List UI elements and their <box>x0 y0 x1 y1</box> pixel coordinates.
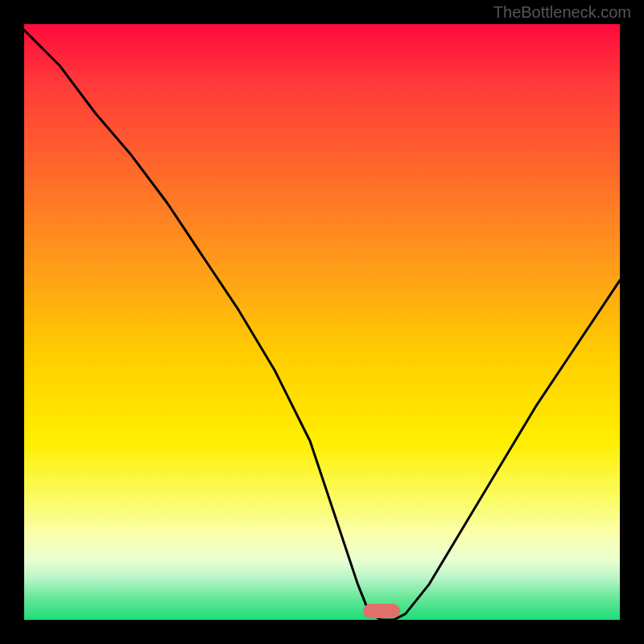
bottleneck-curve <box>24 24 620 620</box>
optimum-marker <box>363 604 400 618</box>
plot-area <box>24 24 620 620</box>
curve-line <box>24 30 620 620</box>
watermark-text: TheBottleneck.com <box>493 3 631 22</box>
